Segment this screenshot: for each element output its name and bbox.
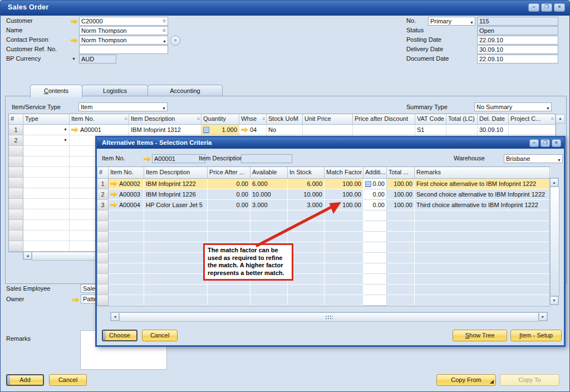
stock-uom-cell[interactable]: No [267, 125, 303, 135]
scroll-right-icon[interactable]: ► [539, 312, 547, 321]
in-stock-cell[interactable]: 6.000 [288, 179, 325, 189]
choose-from-list-icon[interactable]: ≡ [163, 17, 166, 25]
price-after-discount-cell[interactable] [353, 125, 415, 135]
link-arrow-icon[interactable] [110, 202, 117, 208]
chevron-down-icon[interactable]: ▼ [546, 105, 550, 111]
empty-row[interactable] [97, 263, 551, 274]
table-row[interactable]: 3 A00004 HP Color Laser Jet 5 0.00 3.000… [97, 200, 551, 210]
chevron-down-icon[interactable]: ▼ [470, 19, 474, 26]
tab-accounting[interactable]: Accounting [148, 85, 223, 97]
chevron-down-icon[interactable]: ▼ [63, 125, 67, 135]
document-date-field[interactable]: 22.09.10 [477, 55, 558, 63]
alternatives-table-header[interactable]: # Item No. Item Description Price After … [97, 167, 551, 179]
col-match-factor[interactable]: Match Factor [325, 167, 363, 178]
chevron-down-icon[interactable]: ▼ [163, 38, 166, 45]
alternatives-hscrollbar[interactable]: ◄ ► [110, 312, 548, 321]
scroll-down-icon[interactable]: ▼ [550, 296, 558, 305]
choose-from-list-icon[interactable]: ≡ [163, 27, 166, 35]
cancel-button[interactable]: Cancel [49, 374, 87, 386]
remarks-cell[interactable]: Second choice alternative to IBM Infopri… [415, 189, 550, 200]
table-row-selected[interactable]: 1 A00002 IBM Infoprint 1222 0.00 6.000 6… [97, 179, 551, 189]
item-description-cell[interactable]: IBM Infoprint 1312 [129, 125, 202, 135]
scroll-left-icon[interactable]: ◄ [23, 252, 32, 259]
item-no-cell[interactable]: A00001 [70, 125, 129, 135]
tab-logistics[interactable]: Logistics [82, 85, 148, 97]
available-cell[interactable]: 10.000 [250, 189, 288, 200]
total-cell[interactable]: 100.00 [387, 179, 415, 189]
customer-field[interactable]: C20000≡ [79, 17, 168, 26]
items-table-header[interactable]: # Type Item No.≡ Item Description≡ Quant… [9, 114, 556, 125]
empty-row[interactable] [97, 253, 551, 263]
in-stock-cell[interactable]: 3.000 [288, 200, 325, 210]
empty-row[interactable] [97, 274, 551, 285]
scroll-up-icon[interactable]: ▲ [550, 178, 558, 187]
match-factor-cell[interactable]: 100.00 [325, 179, 363, 189]
price-after-cell[interactable]: 0.00 [208, 200, 250, 210]
close-icon[interactable]: × [554, 3, 565, 12]
maximize-icon[interactable]: ❐ [541, 3, 552, 12]
bp-currency-label[interactable]: BP Currency [6, 55, 41, 62]
contact-person-field[interactable]: Norm Thompson▼ [79, 36, 168, 45]
col-total[interactable]: Total ... [387, 167, 415, 178]
price-after-cell[interactable]: 0.00 [208, 179, 250, 189]
empty-row[interactable] [97, 295, 551, 306]
item-no-cell[interactable]: A00003 [109, 189, 144, 200]
name-field[interactable]: Norm Thompson≡ [79, 26, 168, 35]
col-quantity[interactable]: Quantity [202, 114, 239, 124]
contact-link-arrow-icon[interactable] [71, 37, 78, 43]
remarks-cell[interactable]: Third choice alternative to IBM Infoprin… [415, 200, 550, 210]
item-no-cell[interactable]: A00004 [109, 200, 144, 210]
dialog-cancel-button[interactable]: Cancel [142, 330, 178, 341]
maximize-icon[interactable]: ❐ [540, 139, 550, 147]
summary-type-select[interactable]: No Summary▼ [474, 102, 552, 111]
col-available[interactable]: Available [250, 167, 288, 178]
col-num[interactable]: # [9, 114, 23, 124]
alternatives-vscrollbar[interactable]: ▲ ▼ [549, 178, 559, 305]
total-cell[interactable]: 100.00 [387, 189, 415, 200]
scrollbar-thumb[interactable] [550, 187, 559, 296]
additional-cell[interactable]: 0.00 [363, 189, 387, 200]
type-cell[interactable]: ▼ [23, 125, 70, 135]
col-type[interactable]: Type [23, 114, 70, 124]
item-description-cell[interactable]: HP Color Laser Jet 5 [144, 200, 208, 210]
table-row[interactable]: 2 A00003 IBM Infoprint 1226 0.00 10.000 … [97, 189, 551, 200]
remarks-cell[interactable]: First choice alternative to IBM Infoprin… [415, 179, 550, 189]
col-unit-price[interactable]: Unit Price [303, 114, 353, 124]
available-cell[interactable]: 6.000 [250, 179, 288, 189]
scroll-up-icon[interactable]: ▲ [556, 114, 565, 124]
col-item-no[interactable]: Item No. [109, 167, 144, 178]
col-item-description[interactable]: Item Description≡ [129, 114, 202, 124]
price-after-cell[interactable]: 0.00 [208, 189, 250, 200]
item-description-cell[interactable]: IBM Infoprint 1226 [144, 189, 208, 200]
minimize-icon[interactable]: – [528, 3, 539, 12]
link-arrow-icon[interactable] [110, 192, 117, 198]
show-tree-button[interactable]: Show Tree [453, 330, 507, 341]
bp-currency-dropdown-icon[interactable]: ▼ [72, 57, 76, 61]
available-cell[interactable]: 3.000 [250, 200, 288, 210]
col-item-no[interactable]: Item No.≡ [70, 114, 129, 124]
scroll-left-icon[interactable]: ◄ [111, 312, 119, 321]
col-project[interactable]: Project C...≡ [509, 114, 556, 124]
choose-button[interactable]: Choose [102, 330, 137, 341]
minimize-icon[interactable]: – [529, 139, 539, 147]
col-stock-uom[interactable]: Stock UoM [267, 114, 303, 124]
posting-date-field[interactable]: 22.09.10 [477, 36, 558, 45]
additional-cell[interactable]: 0.00 [363, 200, 387, 210]
additional-detail-icon[interactable] [365, 181, 371, 187]
chevron-down-icon[interactable]: ▼ [557, 156, 561, 163]
match-factor-cell[interactable]: 100.00 [325, 189, 363, 200]
col-vat-code[interactable]: VAT Code [415, 114, 446, 124]
item-link-arrow-icon[interactable] [144, 156, 151, 162]
col-remarks[interactable]: Remarks [415, 167, 550, 178]
series-select[interactable]: Primary▼ [428, 17, 475, 26]
total-lc-cell[interactable] [446, 125, 478, 135]
col-item-description[interactable]: Item Description [144, 167, 208, 178]
quantity-cell[interactable]: 1.000 [202, 125, 239, 135]
add-button[interactable]: Add [6, 374, 44, 386]
col-whse[interactable]: Whse≡ [239, 114, 267, 124]
type-cell[interactable]: ▼ [23, 135, 70, 146]
item-description-cell[interactable]: IBM Infoprint 1222 [144, 179, 208, 189]
empty-row[interactable] [97, 221, 551, 232]
total-cell[interactable]: 100.00 [387, 200, 415, 210]
col-num[interactable]: # [97, 167, 109, 178]
